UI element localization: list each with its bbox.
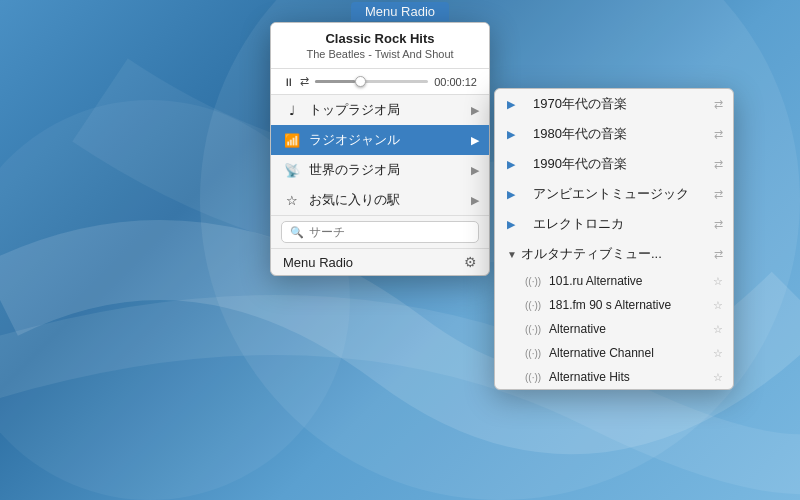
submenu-item-alternative-expanded[interactable]: ▼ オルタナティブミュー... ⇄ [495, 239, 733, 269]
radio-wave-icon-2: ((·)) [525, 324, 541, 335]
fav-icon-3[interactable]: ☆ [713, 347, 723, 360]
gear-button[interactable]: ⚙ [464, 254, 477, 270]
menu-item-top-radio[interactable]: ♩ トップラジオ局 ▶ [271, 95, 489, 125]
menu-item-favorites[interactable]: ☆ お気に入りの駅 ▶ [271, 185, 489, 215]
radio-item-3[interactable]: ((·)) Alternative Channel ☆ [495, 341, 733, 365]
radio-wave-icon-1: ((·)) [525, 300, 541, 311]
submenu-item-1970[interactable]: ▶ 1970年代の音楽 ⇄ [495, 89, 733, 119]
fav-icon-1[interactable]: ☆ [713, 299, 723, 312]
submenu-item-electronica[interactable]: ▶ エレクトロニカ ⇄ [495, 209, 733, 239]
play-icon-3: ▶ [507, 188, 525, 201]
radio-label-2: Alternative [549, 322, 713, 336]
now-playing-title: Classic Rock Hits [283, 31, 477, 46]
arrow-down-icon: ▼ [507, 249, 517, 260]
search-input[interactable] [309, 225, 470, 239]
submenu-item-1990[interactable]: ▶ 1990年代の音楽 ⇄ [495, 149, 733, 179]
radio-genre-icon: 📶 [283, 133, 301, 148]
fav-icon-0[interactable]: ☆ [713, 275, 723, 288]
menu-item-radio-genre-label: ラジオジャンル [309, 131, 471, 149]
arrow-icon-0: ▶ [471, 104, 479, 117]
submenu-item-1980[interactable]: ▶ 1980年代の音楽 ⇄ [495, 119, 733, 149]
radio-label-0: 101.ru Alternative [549, 274, 713, 288]
submenu-label-3: アンビエントミュージック [533, 185, 714, 203]
main-menu: Classic Rock Hits The Beatles - Twist An… [270, 22, 490, 276]
shuffle-icon-expanded: ⇄ [714, 248, 723, 261]
submenu-expanded-label: オルタナティブミュー... [521, 245, 714, 263]
shuffle-icon-2: ⇄ [714, 158, 723, 171]
radio-item-2[interactable]: ((·)) Alternative ☆ [495, 317, 733, 341]
play-icon-2: ▶ [507, 158, 525, 171]
shuffle-icon-1: ⇄ [714, 128, 723, 141]
search-icon: 🔍 [290, 226, 304, 239]
fav-icon-4[interactable]: ☆ [713, 371, 723, 384]
now-playing-section: Classic Rock Hits The Beatles - Twist An… [271, 23, 489, 69]
submenu: ▶ 1970年代の音楽 ⇄ ▶ 1980年代の音楽 ⇄ ▶ 1990年代の音楽 … [494, 88, 734, 390]
radio-label-1: 181.fm 90 s Alternative [549, 298, 713, 312]
radio-wave-icon-0: ((·)) [525, 276, 541, 287]
submenu-label-4: エレクトロニカ [533, 215, 714, 233]
arrow-icon-1: ▶ [471, 134, 479, 147]
submenu-label-1: 1980年代の音楽 [533, 125, 714, 143]
menu-bar: Menu Radio [0, 0, 800, 22]
radio-item-0[interactable]: ((·)) 101.ru Alternative ☆ [495, 269, 733, 293]
music-note-icon: ♩ [283, 103, 301, 118]
play-icon-1: ▶ [507, 128, 525, 141]
progress-thumb [355, 76, 366, 87]
fav-icon-2[interactable]: ☆ [713, 323, 723, 336]
dropdown-container: Classic Rock Hits The Beatles - Twist An… [270, 22, 734, 390]
arrow-icon-3: ▶ [471, 194, 479, 207]
radio-label-3: Alternative Channel [549, 346, 713, 360]
submenu-label-2: 1990年代の音楽 [533, 155, 714, 173]
search-container: 🔍 [271, 215, 489, 248]
shuffle-icon-0: ⇄ [714, 98, 723, 111]
shuffle-icon-3: ⇄ [714, 188, 723, 201]
arrow-icon-2: ▶ [471, 164, 479, 177]
progress-bar[interactable] [315, 80, 428, 83]
submenu-item-ambient[interactable]: ▶ アンビエントミュージック ⇄ [495, 179, 733, 209]
menu-item-radio-genre[interactable]: 📶 ラジオジャンル ▶ [271, 125, 489, 155]
radio-item-1[interactable]: ((·)) 181.fm 90 s Alternative ☆ [495, 293, 733, 317]
time-display: 00:00:12 [434, 76, 477, 88]
shuffle-icon-4: ⇄ [714, 218, 723, 231]
radio-wave-icon-4: ((·)) [525, 372, 541, 383]
progress-fill [315, 80, 355, 83]
play-icon-4: ▶ [507, 218, 525, 231]
star-icon: ☆ [283, 193, 301, 208]
menu-item-favorites-label: お気に入りの駅 [309, 191, 471, 209]
antenna-icon: 📡 [283, 163, 301, 178]
menu-bar-title[interactable]: Menu Radio [351, 2, 449, 21]
menu-item-world-radio[interactable]: 📡 世界のラジオ局 ▶ [271, 155, 489, 185]
search-box[interactable]: 🔍 [281, 221, 479, 243]
menu-item-world-radio-label: 世界のラジオ局 [309, 161, 471, 179]
desktop: Menu Radio Classic Rock Hits The Beatles… [0, 0, 800, 500]
radio-item-4[interactable]: ((·)) Alternative Hits ☆ [495, 365, 733, 389]
player-controls: ⏸ ⇄ 00:00:12 [271, 69, 489, 95]
now-playing-subtitle: The Beatles - Twist And Shout [283, 48, 477, 60]
radio-label-4: Alternative Hits [549, 370, 713, 384]
radio-wave-icon-3: ((·)) [525, 348, 541, 359]
submenu-label-0: 1970年代の音楽 [533, 95, 714, 113]
shuffle-button[interactable]: ⇄ [300, 75, 309, 88]
play-icon-0: ▶ [507, 98, 525, 111]
pause-button[interactable]: ⏸ [283, 76, 294, 88]
menu-footer: Menu Radio ⚙ [271, 248, 489, 275]
footer-label: Menu Radio [283, 255, 353, 270]
menu-item-top-radio-label: トップラジオ局 [309, 101, 471, 119]
